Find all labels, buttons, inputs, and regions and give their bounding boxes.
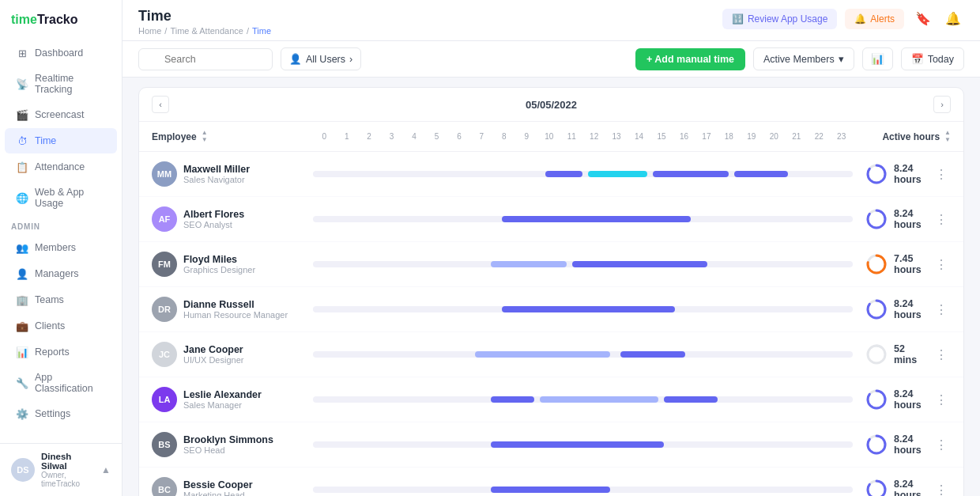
sidebar-item-time[interactable]: ⏱ Time [5,128,117,153]
clients-icon: 💼 [16,320,28,332]
timeline-bar [653,171,729,177]
realtime-icon: 📡 [16,78,28,90]
sidebar-item-attendance[interactable]: 📋 Attendance [5,154,117,180]
avatar: DR [152,297,177,322]
today-button[interactable]: 📅 Today [901,47,964,70]
employee-name: Bessie Cooper [183,479,253,490]
timeline-bar [572,261,707,267]
timeline-cell [313,388,853,411]
next-date-button[interactable]: › [933,96,951,113]
timeline-bar [588,171,647,177]
table-row: BS Brooklyn Simmons SEO Head 8.24 hours … [139,422,963,468]
add-manual-time-button[interactable]: + Add manual time [635,48,745,70]
sidebar-item-label: Teams [35,294,64,305]
avatar: BS [152,432,177,457]
time-icon: ⏱ [16,134,28,147]
svg-point-13 [868,436,885,453]
progress-ring [865,434,888,456]
search-wrap: 🔍 [138,48,273,70]
employee-role: Sales Navigator [183,175,250,184]
time-table: ‹ 05/05/2022 › Employee ▲▼ 0123456789101… [138,87,964,496]
employee-name: Maxwell Miller [183,164,250,175]
timeline-bar [664,396,718,403]
timeline-cell [313,434,853,456]
hour-tick: 4 [403,132,425,141]
breadcrumb: Home / Time & Attendance / Time [138,26,271,36]
employee-name: Leslie Alexander [183,389,262,400]
alert-icon: 🔔 [854,13,866,25]
sidebar-item-label: Dashboard [35,47,83,59]
active-hours-column-header[interactable]: Active hours ▲▼ [853,127,963,146]
page-title: Time [138,8,271,25]
active-members-button[interactable]: Active Members ▾ [753,47,854,70]
hour-tick: 8 [493,132,515,141]
active-cell: 8.24 hours ⋮ [853,475,963,496]
sidebar-item-appclassification[interactable]: 🔧 App Classification [5,365,117,400]
more-options-button[interactable]: ⋮ [932,481,951,497]
chevron-up-icon: ▲ [101,464,111,475]
chevron-right-icon: › [349,54,352,65]
employee-role: UI/UX Designer [183,355,243,365]
notification-button[interactable]: 🔔 [942,8,964,29]
employee-name: Albert Flores [183,209,244,220]
timeline-bar [491,487,609,493]
more-options-button[interactable]: ⋮ [932,165,951,184]
hour-tick: 20 [763,132,785,141]
users-icon: 👤 [289,53,302,65]
table-row: FM Floyd Miles Graphics Designer 7.45 ho… [139,242,963,287]
hour-tick: 5 [425,132,447,141]
alerts-button[interactable]: 🔔 Alerts [845,9,904,29]
sidebar-item-teams[interactable]: 🏢 Teams [5,287,117,312]
more-options-button[interactable]: ⋮ [932,436,951,454]
hours-value: 8.24 hours [894,479,925,496]
more-options-button[interactable]: ⋮ [932,346,951,364]
chart-icon: 📊 [871,53,884,65]
employee-name: Floyd Miles [183,254,255,265]
hour-tick: 2 [358,132,380,141]
search-input[interactable] [138,48,273,70]
employee-column-header[interactable]: Employee ▲▼ [139,127,313,146]
sidebar-item-members[interactable]: 👥 Members [5,235,117,260]
breadcrumb-home[interactable]: Home [138,26,161,36]
employee-cell: LA Leslie Alexander Sales Manager [139,382,313,417]
employee-name: Jane Cooper [183,344,243,355]
more-options-button[interactable]: ⋮ [932,256,951,274]
timeline-bar [620,351,685,358]
employee-name: Dianne Russell [183,299,288,310]
sidebar-item-label: Screencast [35,109,85,120]
employee-cell: BS Brooklyn Simmons SEO Head [139,427,313,462]
hours-value: 8.24 hours [894,388,925,411]
sidebar-item-realtime[interactable]: 📡 Realtime Tracking [5,66,117,101]
svg-point-11 [868,391,885,408]
employee-role: SEO Analyst [183,220,244,229]
sidebar-item-label: Clients [35,320,65,331]
sidebar-item-settings[interactable]: ⚙️ Settings [5,401,117,426]
hour-tick: 7 [470,132,492,141]
employee-cell: BC Bessie Cooper Marketing Head [139,472,313,496]
review-app-usage-button[interactable]: 🔢 Review App Usage [722,9,837,29]
topbar: Time Home / Time & Attendance / Time 🔢 R… [122,0,980,41]
more-options-button[interactable]: ⋮ [932,301,951,319]
timeline-bar [475,351,610,358]
user-role: Owner, timeTracko [41,471,95,488]
hour-tick: 23 [830,132,852,141]
user-profile[interactable]: DS Dinesh Silwal Owner, timeTracko ▲ [0,443,122,496]
chart-view-button[interactable]: 📊 [862,47,893,70]
sidebar-item-reports[interactable]: 📊 Reports [5,339,117,365]
sidebar-item-screencast[interactable]: 🎬 Screencast [5,102,117,127]
sidebar-item-label: Reports [35,346,70,358]
sidebar-item-dashboard[interactable]: ⊞ Dashboard [5,40,117,66]
breadcrumb-time-attendance[interactable]: Time & Attendance [170,26,243,36]
more-options-button[interactable]: ⋮ [932,210,951,229]
prev-date-button[interactable]: ‹ [152,96,169,113]
employee-cell: MM Maxwell Miller Sales Navigator [139,157,313,191]
avatar: LA [152,387,177,412]
timeline-bar [491,261,567,267]
sidebar-item-clients[interactable]: 💼 Clients [5,313,117,339]
more-options-button[interactable]: ⋮ [932,391,951,409]
all-users-button[interactable]: 👤 All Users › [281,47,361,70]
bookmark-button[interactable]: 🔖 [912,8,934,29]
sidebar-item-webappusage[interactable]: 🌐 Web & App Usage [5,180,117,215]
sidebar-item-label: Time [35,135,56,146]
sidebar-item-managers[interactable]: 👤 Managers [5,261,117,286]
